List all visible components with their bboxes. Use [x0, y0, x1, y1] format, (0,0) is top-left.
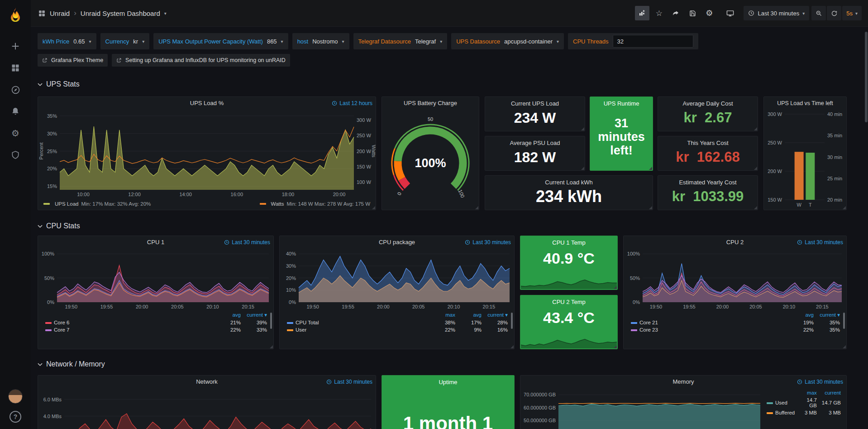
cpu1-chart[interactable]: 0%50%100%19:5019:5520:0020:0520:1020:15: [38, 249, 273, 310]
svg-text:19:55: 19:55: [100, 304, 113, 309]
create-plus-icon[interactable]: [5, 35, 26, 57]
alerting-bell-icon[interactable]: [5, 101, 26, 122]
legend-series[interactable]: User: [285, 326, 431, 333]
dashboards-icon[interactable]: [5, 57, 26, 79]
star-button[interactable]: ☆: [652, 6, 666, 20]
share-button[interactable]: [668, 6, 683, 20]
breadcrumb-folder[interactable]: Unraid: [50, 10, 70, 17]
variable-cpu-threads[interactable]: CPU Threads32: [568, 33, 698, 49]
legend-series[interactable]: Core 21: [629, 319, 789, 326]
ups-load-chart[interactable]: 15%20%25%30%35%100 W150 W200 W250 W300 W…: [38, 110, 376, 198]
panel-title[interactable]: Uptime: [382, 379, 514, 386]
variable-input[interactable]: 32: [613, 35, 693, 48]
legend-series[interactable]: WattsMin: 148 W Max: 278 W Avg: 175 W: [260, 201, 370, 207]
legend-series[interactable]: Buffered: [765, 409, 796, 416]
panel-title[interactable]: Current UPS Load: [485, 100, 585, 107]
user-avatar[interactable]: [8, 389, 23, 404]
refresh-button[interactable]: [827, 6, 841, 20]
legend-sort-avg[interactable]: avg: [216, 311, 243, 319]
network-chart[interactable]: 2.0 MBs4.0 MBs6.0 MBs: [38, 388, 376, 429]
legend-scrollbar[interactable]: [270, 313, 272, 329]
panel-title[interactable]: Average PSU Load: [485, 140, 585, 146]
section-header-cpu-stats[interactable]: CPU Stats: [38, 220, 847, 232]
chevron-down-icon: ▾: [342, 39, 344, 44]
panel-title[interactable]: UPS Runtime: [590, 100, 653, 107]
svg-text:0%: 0%: [633, 299, 640, 305]
grafana-logo-icon[interactable]: [5, 5, 26, 25]
clock-icon: [224, 240, 229, 245]
dashboard-links-row: Grafana Plex ThemeSetting up Grafana and…: [38, 54, 847, 67]
panel-title[interactable]: UPS Load %: [38, 97, 376, 110]
variable-telegraf-datasource[interactable]: Telegraf DatasourceTelegraf▾: [353, 33, 448, 49]
chevron-down-icon: ▾: [89, 39, 91, 44]
legend-value: 22%: [789, 326, 816, 333]
dashboard-link[interactable]: Setting up Grafana and InfluxDB for UPS …: [112, 54, 290, 67]
panel-title[interactable]: UPS Battery Charge: [382, 97, 479, 110]
legend-sort-avg[interactable]: avg: [789, 311, 816, 319]
svg-text:25%: 25%: [47, 149, 57, 154]
series-name: Watts: [271, 201, 284, 207]
series-color-dash: [45, 329, 52, 331]
panel-title[interactable]: Average Daily Cost: [658, 100, 758, 107]
legend-sort-current[interactable]: current ▾: [816, 311, 842, 319]
variable-value: 0.65: [73, 38, 85, 45]
panel-title[interactable]: CPU 2 Temp: [520, 299, 617, 305]
cycle-view-mode-button[interactable]: [723, 6, 737, 20]
panel-title[interactable]: CPU 1 Temp: [520, 239, 617, 246]
apps-grid-icon[interactable]: [38, 10, 46, 17]
section-header-network-memory[interactable]: Network / Memory: [38, 358, 847, 370]
svg-text:20:05: 20:05: [412, 304, 425, 309]
legend-sort-max[interactable]: max: [431, 311, 457, 319]
help-icon[interactable]: ?: [10, 411, 21, 423]
save-button[interactable]: [685, 6, 700, 20]
chart-legend: maxcurrentUsed14.7 GB14.7 GBBuffered3 MB…: [765, 388, 846, 429]
link-label: Setting up Grafana and InfluxDB for UPS …: [125, 57, 286, 63]
memory-chart[interactable]: 50.000000 GB60.000000 GB70.000000 GB: [520, 388, 765, 429]
panel-title[interactable]: Network: [38, 376, 376, 388]
section-header-ups-stats[interactable]: UPS Stats: [38, 78, 847, 90]
explore-compass-icon[interactable]: [5, 79, 26, 101]
legend-series[interactable]: UPS LoadMin: 17% Max: 32% Avg: 20%: [43, 201, 151, 207]
svg-text:19:50: 19:50: [306, 304, 319, 309]
variable-host[interactable]: hostNostromo▾: [292, 33, 349, 49]
legend-series[interactable]: Core 7: [43, 326, 216, 333]
add-panel-button[interactable]: [635, 6, 649, 20]
dashboard-link[interactable]: Grafana Plex Theme: [38, 54, 108, 67]
legend-scrollbar[interactable]: [511, 313, 513, 329]
panel-title[interactable]: Current Load kWh: [485, 179, 653, 186]
page-scrollbar[interactable]: [865, 32, 868, 122]
variable-ups-max-output-power-capacity-watt[interactable]: UPS Max Output Power Capacity (Watt)865▾: [153, 33, 288, 49]
legend-sort-current[interactable]: current ▾: [243, 311, 269, 319]
legend-sort-current[interactable]: current: [819, 389, 843, 396]
server-admin-shield-icon[interactable]: [5, 144, 26, 166]
legend-sort-current[interactable]: current ▾: [483, 311, 510, 319]
legend-sort-max[interactable]: max: [796, 389, 819, 396]
configuration-gear-icon[interactable]: ⚙: [5, 122, 26, 144]
panel-title[interactable]: This Years Cost: [658, 140, 758, 146]
legend-series[interactable]: Used: [765, 396, 796, 409]
variable-value: 865: [267, 38, 277, 45]
legend-scrollbar[interactable]: [843, 313, 845, 329]
legend-series[interactable]: Core 6: [43, 319, 216, 326]
panel-ups-battery-charge: UPS Battery Charge 050100100%: [382, 96, 479, 210]
variable-currency[interactable]: Currencykr▾: [100, 33, 150, 49]
svg-text:W: W: [796, 202, 801, 207]
legend-series[interactable]: CPU Total: [285, 319, 431, 326]
ups-load-time-bars[interactable]: 150 W200 W250 W300 W20 min25 min30 min35…: [764, 110, 846, 209]
svg-text:19:55: 19:55: [683, 304, 696, 309]
cpu-package-chart[interactable]: 0%10%20%30%40%19:5019:5520:0020:0520:102…: [280, 249, 514, 310]
legend-sort-avg[interactable]: avg: [457, 311, 483, 319]
chevron-down-icon[interactable]: ▾: [164, 11, 167, 16]
time-range-picker[interactable]: Last 30 minutes ▾: [744, 6, 809, 20]
panel-title[interactable]: Estimated Yearly Cost: [658, 179, 758, 186]
refresh-interval-picker[interactable]: 5s ▾: [842, 6, 862, 20]
dashboard-settings-button[interactable]: ⚙: [702, 6, 716, 20]
svg-text:20:05: 20:05: [749, 304, 762, 309]
breadcrumb-dashboard-title[interactable]: Unraid System Dashboard: [81, 10, 160, 17]
variable-kwh-price[interactable]: kWh Price0.65▾: [38, 33, 96, 49]
zoom-out-button[interactable]: [811, 6, 826, 20]
legend-series[interactable]: Core 23: [629, 326, 789, 333]
cpu2-chart[interactable]: 0%50%100%19:5019:5520:0020:0520:1020:15: [624, 249, 846, 310]
variable-ups-datasource[interactable]: UPS Datasourceapcupsd-container▾: [451, 33, 564, 49]
panel-title[interactable]: UPS Load vs Time left: [764, 97, 846, 110]
